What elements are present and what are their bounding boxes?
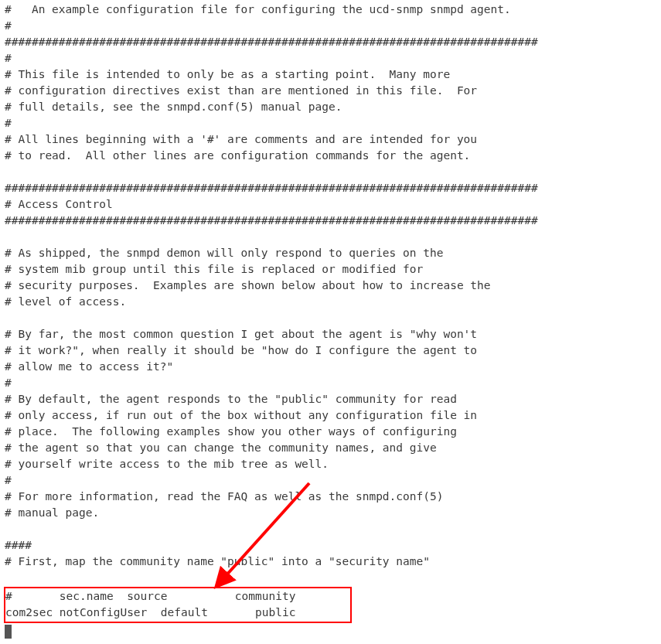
config-line: # yourself write access to the mib tree … [5,456,661,472]
config-line: #### [5,537,661,554]
config-line: ########################################… [5,180,661,196]
config-line: # For more information, read the FAQ as … [5,489,661,505]
config-line: # the agent so that you can change the c… [5,440,661,456]
config-line: # As shipped, the snmpd demon will only … [5,245,661,261]
config-line: # full details, see the snmpd.conf(5) ma… [5,99,661,115]
config-line [5,570,661,586]
config-line: # An example configuration file for conf… [5,2,661,18]
config-line: # configuration directives exist than ar… [5,83,661,99]
config-line: # it work?", when really it should be "h… [5,342,661,359]
config-line: # manual page. [5,505,661,521]
config-line [5,229,661,245]
config-line [5,164,661,180]
config-line: # allow me to access it?" [5,359,661,375]
config-line: ########################################… [5,213,661,229]
config-line [5,521,661,537]
config-line: # By default, the agent responds to the … [5,391,661,407]
config-line: # [5,375,661,391]
config-line: ########################################… [5,34,661,50]
config-line: # First, map the community name "public"… [5,554,661,570]
config-line: # By far, the most common question I get… [5,326,661,342]
config-line: # This file is intended to only be as a … [5,66,661,83]
config-line: # [5,115,661,131]
config-line: # All lines beginning with a '#' are com… [5,131,661,148]
config-line: # level of access. [5,294,661,310]
config-line: # security purposes. Examples are shown … [5,278,661,294]
config-file-view: # An example configuration file for conf… [0,0,661,586]
config-line: # place. The following examples show you… [5,424,661,440]
config-line: # Access Control [5,196,661,213]
config-line: # only access, if run out of the box wit… [5,407,661,424]
config-line [5,310,661,326]
config-line: # to read. All other lines are configura… [5,148,661,164]
config-line: # [5,50,661,66]
config-line: # system mib group until this file is re… [5,261,661,278]
config-line: # [5,472,661,489]
config-line: # [5,18,661,34]
